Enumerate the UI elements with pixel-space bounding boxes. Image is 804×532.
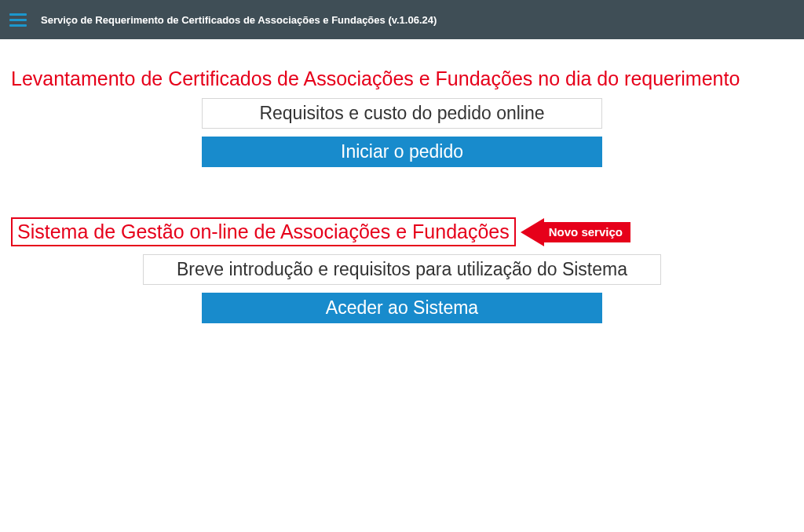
section2-title: Sistema de Gestão on-line de Associações…	[17, 220, 510, 243]
section2-buttons: Breve introdução e requisitos para utili…	[8, 254, 796, 323]
main-content: Levantamento de Certificados de Associaç…	[0, 67, 804, 323]
access-system-button[interactable]: Aceder ao Sistema	[202, 293, 602, 323]
start-request-button[interactable]: Iniciar o pedido	[202, 137, 602, 167]
section2-header-row: Sistema de Gestão on-line de Associações…	[8, 217, 796, 246]
section1-buttons: Requisitos e custo do pedido online Inic…	[8, 98, 796, 167]
intro-requirements-button[interactable]: Breve introdução e requisitos para utili…	[143, 254, 661, 285]
hamburger-menu-icon[interactable]	[9, 13, 27, 27]
section2-title-box: Sistema de Gestão on-line de Associações…	[11, 217, 516, 246]
new-service-badge: Novo serviço	[521, 218, 630, 246]
app-header: Serviço de Requerimento de Certificados …	[0, 0, 804, 39]
section1-title: Levantamento de Certificados de Associaç…	[8, 67, 796, 90]
badge-label: Novo serviço	[544, 222, 630, 242]
arrow-left-icon	[521, 218, 544, 246]
requirements-cost-button[interactable]: Requisitos e custo do pedido online	[202, 98, 602, 129]
app-title: Serviço de Requerimento de Certificados …	[41, 14, 437, 26]
